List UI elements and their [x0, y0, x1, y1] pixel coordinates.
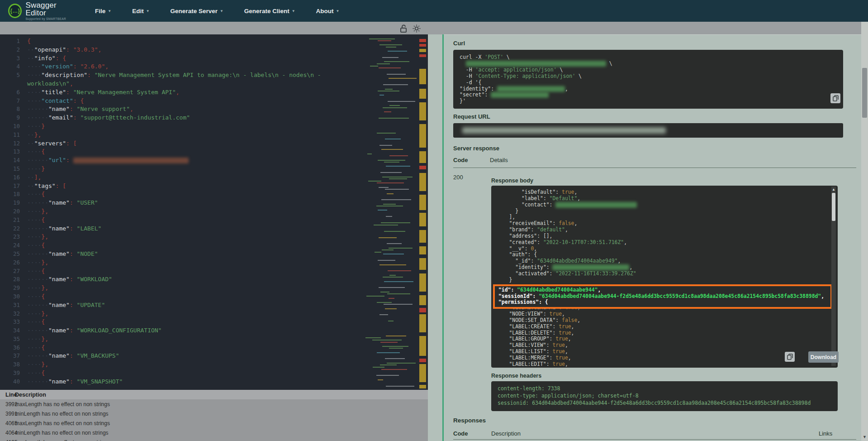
chevron-down-icon: ▼	[146, 9, 150, 13]
unlock-icon[interactable]	[400, 24, 407, 35]
line-number: 9	[0, 114, 20, 122]
line-number: 26	[0, 259, 20, 267]
editor-line: 30····{	[0, 292, 376, 301]
line-number: 39	[0, 369, 20, 378]
warning-mark[interactable]	[419, 295, 426, 305]
error-row[interactable]: 4064minLength has no effect on non strin…	[0, 428, 428, 437]
menu-about[interactable]: About▼	[316, 8, 340, 14]
warning-mark[interactable]	[419, 195, 426, 210]
line-number: 14	[0, 156, 20, 165]
editor-line: 16··],	[0, 173, 376, 182]
warning-mark[interactable]	[419, 336, 426, 356]
line-number: 38	[0, 360, 20, 369]
warning-mark[interactable]	[419, 69, 426, 84]
request-url-value	[453, 123, 843, 138]
error-mark[interactable]	[419, 166, 426, 169]
redacted-text	[497, 86, 565, 92]
warning-mark[interactable]	[419, 385, 426, 388]
line-number: 36	[0, 344, 20, 352]
copy-response-icon[interactable]	[785, 352, 795, 362]
scroll-up-icon[interactable]: ▲	[831, 187, 836, 192]
page-scrollbar[interactable]: ▼	[861, 22, 868, 441]
menu-edit[interactable]: Edit▼	[132, 8, 149, 14]
error-panel-header: Line Description	[0, 390, 428, 399]
warning-mark[interactable]	[419, 246, 426, 254]
response-body-block: "isDefault": true, "label": "Default", "…	[491, 186, 838, 368]
warning-mark[interactable]	[419, 213, 426, 226]
editor-line: 38····},	[0, 360, 376, 369]
line-number: 35	[0, 335, 20, 344]
editor-line: 36····{	[0, 344, 376, 352]
editor-line: 2··"openapi": "3.0.3",	[0, 46, 376, 54]
warning-mark[interactable]	[419, 89, 426, 99]
scroll-down-icon[interactable]: ▼	[861, 435, 868, 439]
line-number: 31	[0, 301, 20, 310]
menu-label: Generate Client	[244, 8, 289, 14]
editor-line: 24····{	[0, 241, 376, 250]
warning-mark[interactable]	[419, 124, 426, 148]
error-description: minLength has no effect on non strings	[15, 430, 109, 436]
editor-line: 10····}	[0, 122, 376, 131]
chevron-down-icon: ▼	[336, 9, 340, 13]
warning-mark[interactable]	[419, 314, 426, 332]
response-body-scrollbar[interactable]: ▲	[831, 187, 836, 366]
line-number: 10	[0, 122, 20, 131]
editor-line: 35····},	[0, 335, 376, 344]
error-mark[interactable]	[419, 359, 426, 362]
editor-line: 31······"name": "UPDATE"	[0, 301, 376, 310]
editor-minimap	[376, 34, 418, 390]
body-scrollbar-thumb[interactable]	[832, 193, 835, 221]
menu-bar: File▼Edit▼Generate Server▼Generate Clien…	[95, 8, 339, 14]
download-button[interactable]: Download	[808, 351, 839, 363]
line-number: 37	[0, 352, 20, 360]
menu-file[interactable]: File▼	[95, 8, 111, 14]
editor-line: 7····"contact": {	[0, 97, 376, 105]
error-mark[interactable]	[419, 54, 426, 57]
line-number: 11	[0, 131, 20, 139]
response-headers-label: Response headers	[491, 373, 541, 379]
warning-mark[interactable]	[419, 258, 426, 270]
line-number: 40	[0, 378, 20, 386]
line-number: 33	[0, 318, 20, 326]
line-number: 7	[0, 97, 20, 105]
error-row[interactable]: 3991minLength has no effect on non strin…	[0, 409, 428, 418]
code-editor[interactable]: 1{2··"openapi": "3.0.3",3··"info": {4···…	[0, 34, 428, 390]
line-number: 18	[0, 190, 20, 199]
warning-mark[interactable]	[419, 151, 426, 163]
error-row[interactable]: 4135maxLength has no effect on non strin…	[0, 437, 428, 441]
page-scrollbar-thumb[interactable]	[862, 68, 867, 118]
editor-line: 27····{	[0, 267, 376, 276]
copy-curl-icon[interactable]	[830, 93, 840, 103]
line-number: 32	[0, 310, 20, 318]
editor-line: 14······"url":	[0, 156, 376, 165]
error-line-number: 4065	[0, 420, 15, 427]
warning-mark[interactable]	[419, 102, 426, 120]
editor-line: 37······"name": "VM_BACKUPS"	[0, 352, 376, 360]
editor-line: 1{	[0, 37, 376, 46]
validation-error-panel: Line Description 3992maxLength has no ef…	[0, 390, 428, 441]
error-rows: 3992maxLength has no effect on non strin…	[0, 399, 428, 441]
editor-line: 12··"servers": [	[0, 139, 376, 148]
settings-sun-icon[interactable]	[413, 24, 421, 34]
editor-line: 20····},	[0, 207, 376, 216]
line-number: 21	[0, 216, 20, 225]
warning-mark[interactable]	[419, 173, 426, 191]
warning-mark[interactable]	[419, 49, 426, 52]
response-details-column: Details	[490, 157, 508, 163]
swagger-logo-icon: {…}	[8, 4, 22, 18]
editor-line: 25······"name": "NODE"	[0, 250, 376, 259]
menu-generate-client[interactable]: Generate Client▼	[244, 8, 295, 14]
error-row[interactable]: 3992maxLength has no effect on non strin…	[0, 399, 428, 409]
menu-generate-server[interactable]: Generate Server▼	[171, 8, 223, 14]
error-row[interactable]: 4065maxLength has no effect on non strin…	[0, 418, 428, 428]
error-mark[interactable]	[419, 39, 426, 42]
error-mark[interactable]	[419, 44, 426, 47]
line-number: 13	[0, 148, 20, 156]
warning-mark[interactable]	[419, 230, 426, 243]
line-number: 2	[0, 46, 20, 54]
editor-line: 9······"email": "support@tttech-industri…	[0, 114, 376, 122]
editor-annotation-lane	[419, 34, 427, 390]
warning-mark[interactable]	[419, 364, 426, 382]
error-mark[interactable]	[419, 308, 426, 312]
warning-mark[interactable]	[419, 273, 426, 292]
